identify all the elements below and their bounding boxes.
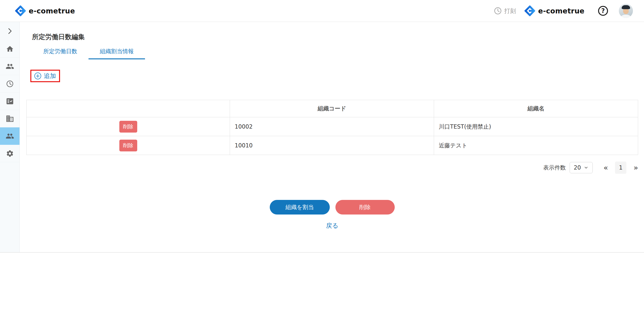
- brand-name: e-cometrue: [29, 7, 75, 15]
- user-avatar[interactable]: [619, 4, 633, 18]
- pagination: 表示件数 20 « 1 »: [20, 162, 638, 174]
- sidebar-item-employees[interactable]: [0, 58, 20, 75]
- org-name-cell: 近藤テスト: [434, 136, 638, 155]
- org-name-cell: 川口TEST(使用禁止): [434, 117, 638, 136]
- page-title: 所定労働日数編集: [32, 33, 644, 41]
- gear-icon: [6, 150, 14, 158]
- brand-logo: e-cometrue: [15, 6, 75, 16]
- header-right: 打刻 e-cometrue ?: [494, 4, 633, 18]
- page-size-select[interactable]: 20: [570, 162, 593, 173]
- next-page-button[interactable]: »: [634, 164, 638, 172]
- sidebar: [0, 22, 20, 252]
- stamp-label: 打刻: [504, 7, 516, 15]
- table-row: 削除 10010 近藤テスト: [26, 136, 638, 155]
- action-buttons: 組織を割当 削除: [20, 200, 644, 214]
- prev-page-button[interactable]: «: [604, 164, 608, 172]
- app-header: e-cometrue 打刻 e-cometrue ?: [0, 0, 644, 22]
- page-size-label: 表示件数: [543, 164, 566, 172]
- brand-logo-icon: [15, 6, 26, 16]
- brand-name-secondary: e-cometrue: [538, 7, 584, 15]
- back-link[interactable]: 戻る: [326, 222, 338, 229]
- assign-organization-button[interactable]: 組織を割当: [270, 200, 330, 214]
- row-actions-cell: 削除: [26, 117, 230, 136]
- table-header-row: 組織コード 組織名: [26, 100, 638, 117]
- sidebar-item-home[interactable]: [0, 40, 20, 58]
- sidebar-item-settings[interactable]: [0, 145, 20, 162]
- page-size-value: 20: [574, 164, 581, 171]
- org-code-cell: 10002: [230, 117, 434, 136]
- chevron-right-icon: [6, 26, 14, 36]
- users-icon: [6, 132, 14, 140]
- column-header-org-name: 組織名: [434, 100, 638, 117]
- column-header-actions: [26, 100, 230, 117]
- users-icon: [6, 62, 14, 71]
- row-delete-button[interactable]: 削除: [119, 121, 137, 132]
- checklist-icon: [6, 97, 14, 105]
- delete-button[interactable]: 削除: [336, 200, 395, 214]
- home-icon: [6, 45, 14, 53]
- row-delete-button[interactable]: 削除: [119, 140, 137, 152]
- back-link-wrap: 戻る: [20, 222, 644, 230]
- column-header-org-code: 組織コード: [230, 100, 434, 117]
- page-shell: 所定労働日数編集 所定労働日数 組織割当情報 + 追加 組織コード 組織名: [0, 22, 644, 253]
- help-button[interactable]: ?: [598, 6, 608, 16]
- sidebar-item-attendance[interactable]: [0, 75, 20, 92]
- tab-scheduled-working-days[interactable]: 所定労働日数: [32, 48, 88, 59]
- building-icon: [6, 114, 14, 123]
- chevron-down-icon: [584, 165, 588, 170]
- time-stamp-button[interactable]: 打刻: [494, 6, 516, 15]
- add-button-label: 追加: [44, 72, 56, 80]
- sidebar-item-organization[interactable]: [0, 110, 20, 128]
- main-content: 所定労働日数編集 所定労働日数 組織割当情報 + 追加 組織コード 組織名: [20, 22, 644, 252]
- table-row: 削除 10002 川口TEST(使用禁止): [26, 117, 638, 136]
- tab-bar: 所定労働日数 組織割当情報: [32, 48, 644, 59]
- brand-logo-icon: [524, 6, 535, 16]
- sidebar-item-staff-settings[interactable]: [0, 128, 20, 145]
- question-icon: ?: [601, 7, 605, 14]
- org-code-cell: 10010: [230, 136, 434, 155]
- plus-circle-icon: +: [34, 72, 41, 79]
- row-actions-cell: 削除: [26, 136, 230, 155]
- organization-table: 組織コード 組織名 削除 10002 川口TEST(使用禁止) 削除 10010: [26, 100, 638, 155]
- sidebar-item-approvals[interactable]: [0, 92, 20, 110]
- add-button-highlight-box[interactable]: + 追加: [30, 70, 60, 82]
- clock-icon: [6, 80, 14, 88]
- tab-organization-assignment[interactable]: 組織割当情報: [88, 48, 145, 59]
- brand-logo-secondary: e-cometrue: [524, 6, 584, 16]
- current-page[interactable]: 1: [615, 162, 626, 174]
- sidebar-expand-button[interactable]: [0, 22, 20, 40]
- clock-icon: [494, 6, 502, 15]
